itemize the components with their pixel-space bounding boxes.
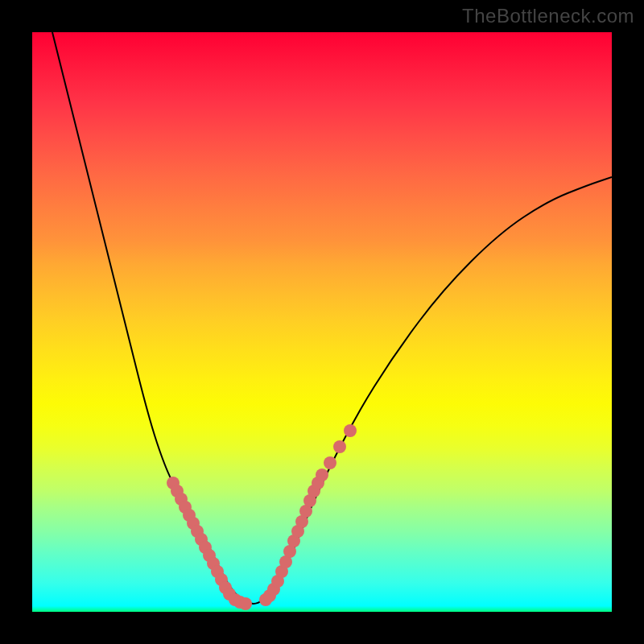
watermark-text: TheBottleneck.com	[462, 5, 634, 27]
curve-svg	[32, 32, 612, 612]
data-dot	[344, 424, 357, 437]
data-dot	[333, 440, 346, 453]
plot-area	[32, 32, 612, 612]
chart-frame: TheBottleneck.com	[0, 0, 644, 644]
data-dot	[324, 456, 336, 469]
svg-content	[52, 32, 612, 610]
data-dot	[316, 469, 328, 481]
data-dot	[239, 597, 252, 610]
curve-path	[52, 32, 612, 604]
